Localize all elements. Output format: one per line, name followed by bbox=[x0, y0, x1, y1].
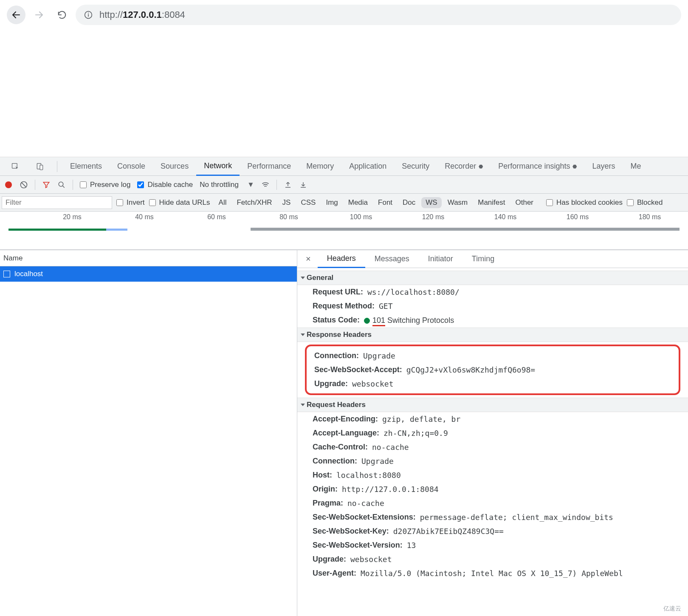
preserve-log-checkbox[interactable]: Preserve log bbox=[80, 181, 130, 189]
triangle-down-icon bbox=[301, 277, 305, 279]
section-general[interactable]: General bbox=[297, 271, 688, 285]
throttling-label: No throttling bbox=[200, 181, 239, 189]
forward-button[interactable] bbox=[30, 6, 48, 24]
browser-toolbar: http://127.0.0.1:8084 bbox=[0, 0, 688, 30]
timeline-segment bbox=[8, 229, 106, 231]
request-name: localhost bbox=[14, 270, 43, 278]
reload-icon bbox=[57, 10, 67, 20]
search-button[interactable] bbox=[57, 181, 66, 189]
tab-memory[interactable]: Memory bbox=[299, 157, 341, 176]
record-icon bbox=[5, 181, 12, 188]
status-dot-icon bbox=[364, 318, 370, 324]
preview-badge-icon: ⬣ bbox=[572, 164, 577, 170]
reload-button[interactable] bbox=[53, 6, 71, 24]
tab-application[interactable]: Application bbox=[341, 157, 394, 176]
clear-icon bbox=[20, 181, 28, 189]
separator bbox=[57, 161, 57, 172]
preview-badge-icon: ⬣ bbox=[479, 164, 483, 170]
wifi-gear-icon bbox=[261, 181, 270, 189]
tab-security[interactable]: Security bbox=[394, 157, 437, 176]
timeline-tick: 20 ms bbox=[63, 213, 82, 221]
filter-type-all[interactable]: All bbox=[214, 197, 231, 208]
tab-elements[interactable]: Elements bbox=[62, 157, 110, 176]
tab-layers[interactable]: Layers bbox=[584, 157, 623, 176]
import-button[interactable] bbox=[284, 181, 292, 189]
device-toggle-button[interactable] bbox=[28, 157, 52, 176]
network-conditions-button[interactable] bbox=[261, 181, 270, 189]
timeline-segment bbox=[251, 228, 680, 231]
invert-checkbox[interactable]: Invert bbox=[116, 198, 145, 207]
ws-frame-icon bbox=[3, 271, 10, 277]
filter-bar: Invert Hide data URLs AllFetch/XHRJSCSSI… bbox=[0, 194, 688, 212]
filter-type-wasm[interactable]: Wasm bbox=[443, 197, 472, 208]
hide-data-urls-checkbox[interactable]: Hide data URLs bbox=[149, 198, 210, 207]
network-toolbar: Preserve log Disable cache No throttling… bbox=[0, 176, 688, 194]
devtools-tabs: ElementsConsoleSourcesNetworkPerformance… bbox=[0, 157, 688, 176]
device-icon bbox=[36, 162, 44, 171]
clear-button[interactable] bbox=[20, 181, 28, 189]
svg-point-2 bbox=[88, 13, 89, 14]
filter-type-media[interactable]: Media bbox=[344, 197, 372, 208]
tab-recorder[interactable]: Recorder⬣ bbox=[437, 157, 491, 176]
tab-sources[interactable]: Sources bbox=[153, 157, 196, 176]
filter-type-font[interactable]: Font bbox=[374, 197, 397, 208]
blocked-checkbox[interactable]: Blocked bbox=[627, 198, 663, 207]
filter-type-other[interactable]: Other bbox=[511, 197, 538, 208]
detail-tab-messages[interactable]: Messages bbox=[365, 250, 419, 268]
funnel-icon bbox=[42, 181, 50, 189]
filter-type-fetchxhr[interactable]: Fetch/XHR bbox=[232, 197, 276, 208]
request-detail: × HeadersMessagesInitiatorTiming General… bbox=[297, 250, 688, 616]
svg-line-7 bbox=[21, 182, 26, 187]
blocked-cookies-checkbox[interactable]: Has blocked cookies bbox=[546, 198, 623, 207]
tab-network[interactable]: Network bbox=[196, 157, 240, 176]
info-icon bbox=[84, 11, 93, 19]
svg-rect-5 bbox=[40, 165, 43, 170]
tab-console[interactable]: Console bbox=[110, 157, 153, 176]
disable-cache-label: Disable cache bbox=[147, 181, 193, 189]
svg-line-9 bbox=[62, 186, 65, 188]
timeline-tick: 100 ms bbox=[350, 213, 372, 221]
url-text: http://127.0.0.1:8084 bbox=[99, 9, 185, 20]
inspect-element-button[interactable] bbox=[3, 157, 27, 176]
upload-icon bbox=[284, 181, 292, 189]
section-request-headers[interactable]: Request Headers bbox=[297, 398, 688, 412]
request-row[interactable]: localhost bbox=[0, 266, 297, 282]
filter-type-css[interactable]: CSS bbox=[296, 197, 320, 208]
throttling-select[interactable]: No throttling▼ bbox=[200, 181, 254, 189]
filter-type-img[interactable]: Img bbox=[321, 197, 342, 208]
filter-toggle-button[interactable] bbox=[42, 181, 51, 189]
highlighted-response-headers: Connection:Upgrade Sec-WebSocket-Accept:… bbox=[305, 345, 680, 395]
detail-tab-headers[interactable]: Headers bbox=[318, 250, 365, 268]
export-button[interactable] bbox=[299, 181, 307, 189]
back-button[interactable] bbox=[7, 6, 25, 24]
record-button[interactable] bbox=[4, 181, 13, 189]
url-bar[interactable]: http://127.0.0.1:8084 bbox=[76, 5, 681, 25]
detail-tabs: × HeadersMessagesInitiatorTiming bbox=[297, 250, 688, 268]
request-list-header[interactable]: Name bbox=[0, 250, 297, 266]
tab-performance[interactable]: Performance bbox=[240, 157, 299, 176]
request-list: Name localhost bbox=[0, 250, 297, 616]
tab-performance-insights[interactable]: Performance insights⬣ bbox=[491, 157, 584, 176]
preserve-log-label: Preserve log bbox=[90, 181, 130, 189]
filter-type-ws[interactable]: WS bbox=[421, 197, 441, 208]
inspect-icon bbox=[11, 162, 20, 171]
page-viewport bbox=[0, 30, 688, 157]
detail-tab-timing[interactable]: Timing bbox=[462, 250, 504, 268]
filter-input[interactable] bbox=[2, 196, 112, 209]
close-detail-button[interactable]: × bbox=[301, 254, 316, 264]
timeline-tick: 60 ms bbox=[207, 213, 226, 221]
filter-type-manifest[interactable]: Manifest bbox=[474, 197, 509, 208]
timeline-tick: 180 ms bbox=[639, 213, 661, 221]
timeline-tick: 140 ms bbox=[494, 213, 516, 221]
disable-cache-checkbox[interactable]: Disable cache bbox=[137, 181, 193, 189]
timeline-tick: 120 ms bbox=[422, 213, 444, 221]
timeline-tick: 160 ms bbox=[567, 213, 589, 221]
filter-type-doc[interactable]: Doc bbox=[398, 197, 420, 208]
section-response-headers[interactable]: Response Headers bbox=[297, 328, 688, 342]
timeline-segment bbox=[106, 229, 127, 231]
filter-type-js[interactable]: JS bbox=[278, 197, 295, 208]
tab-me[interactable]: Me bbox=[623, 157, 649, 176]
network-timeline[interactable]: 20 ms40 ms60 ms80 ms100 ms120 ms140 ms16… bbox=[0, 212, 688, 250]
detail-tab-initiator[interactable]: Initiator bbox=[419, 250, 462, 268]
triangle-down-icon bbox=[301, 333, 305, 336]
